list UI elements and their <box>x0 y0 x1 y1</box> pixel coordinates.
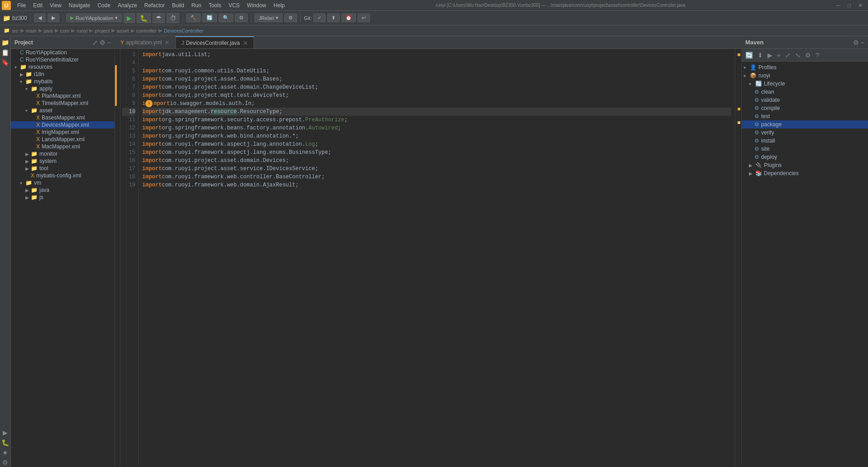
maven-lifecycle-validate[interactable]: ⚙ validate <box>742 96 868 104</box>
bc-java[interactable]: java <box>44 28 53 33</box>
git-revert-btn[interactable]: ↩ <box>358 14 370 22</box>
maven-run-btn[interactable]: ▶ <box>766 51 774 60</box>
build-button[interactable]: 🔨 <box>186 14 201 22</box>
bc-com[interactable]: com <box>60 28 70 33</box>
restore-btn[interactable]: □ <box>844 1 854 10</box>
profiler-button[interactable]: ⏱ <box>167 13 179 23</box>
menu-refactor[interactable]: Refactor <box>141 1 168 10</box>
close-tab-java-icon[interactable]: ✕ <box>243 39 248 47</box>
maven-lifecycle-section[interactable]: ▾ 🔄 Lifecycle <box>742 80 868 88</box>
back-button[interactable]: ◀ <box>34 14 46 22</box>
tree-item-java[interactable]: ▶ 📁 java <box>11 186 115 194</box>
favorites-icon-btn[interactable]: ★ <box>1 448 10 457</box>
tree-item-macmapper[interactable]: X MacMapper.xml <box>11 143 115 150</box>
maven-help-btn[interactable]: ? <box>814 51 821 60</box>
close-btn[interactable]: ✕ <box>854 1 866 10</box>
tree-item-resources[interactable]: ▾ 📁 resources <box>11 63 115 71</box>
tree-item-landsmapper[interactable]: X LandsMapper.xml <box>11 136 115 143</box>
bookmarks-icon-btn[interactable]: 🔖 <box>1 58 10 67</box>
jrebel-selector[interactable]: JRebel ▾ <box>254 14 283 22</box>
menu-navigate[interactable]: Navigate <box>65 1 94 10</box>
maven-lifecycle-deploy[interactable]: ⚙ deploy <box>742 153 868 161</box>
project-gear-icon[interactable]: ⚙ <box>100 39 106 46</box>
run-config-selector[interactable]: ▶ RuoYiApplication ▾ <box>66 14 122 22</box>
tree-item-irrigmapper[interactable]: X IrrigMapper.xml <box>11 129 115 136</box>
bc-ruoyi[interactable]: ruoyi <box>77 28 87 33</box>
tree-item-mybatisconfig[interactable]: X mybatis-config.xml <box>11 172 115 179</box>
maven-lifecycle-test[interactable]: ⚙ test <box>742 112 868 120</box>
menu-run[interactable]: Run <box>188 1 205 10</box>
menu-help[interactable]: Help <box>270 1 288 10</box>
tree-item-tool[interactable]: ▶ 📁 tool <box>11 165 115 172</box>
maven-reload-btn[interactable]: 🔄 <box>743 51 755 60</box>
tree-item-monitor[interactable]: ▶ 📁 monitor <box>11 150 115 157</box>
menu-tools[interactable]: Tools <box>205 1 225 10</box>
coverage-button[interactable]: ☂ <box>153 13 165 23</box>
git-check-btn[interactable]: ✓ <box>313 14 326 22</box>
maven-settings-icon[interactable]: ⚙ <box>853 39 859 46</box>
menu-vcs[interactable]: VCS <box>225 1 244 10</box>
project-icon-btn[interactable]: 📁 <box>1 38 10 47</box>
git-update-btn[interactable]: ⬆ <box>327 14 340 22</box>
debug-button[interactable]: 🐛 <box>137 13 151 23</box>
maven-lifecycle-install[interactable]: ⚙ install <box>742 137 868 145</box>
run-button[interactable]: ▶ <box>124 13 135 23</box>
bc-controller[interactable]: controller <box>136 28 157 33</box>
tab-devices-controller[interactable]: J DevicesController.java ✕ <box>176 36 254 49</box>
menu-edit[interactable]: Edit <box>29 1 46 10</box>
git-history-btn[interactable]: ⏰ <box>341 14 356 22</box>
jrebel-action-btn[interactable]: ⚙ <box>284 14 297 22</box>
bc-devices-controller[interactable]: DevicesController <box>164 28 203 33</box>
close-tab-yml-icon[interactable]: ✕ <box>164 39 170 46</box>
menu-file[interactable]: File <box>14 1 29 10</box>
menu-view[interactable]: View <box>46 1 65 10</box>
code-editor[interactable]: import java.util.List; import com.ruoyi.… <box>139 49 735 467</box>
maven-settings2-btn[interactable]: ⚙ <box>803 51 813 60</box>
maven-deps-section[interactable]: ▶ 📚 Dependencies <box>742 169 868 177</box>
tree-item-mybatis[interactable]: ▾ 📁 mybatis <box>11 78 115 85</box>
tree-item-ruoyiapp[interactable]: C RuoYiApplication <box>11 49 115 56</box>
tree-item-i18n[interactable]: ▶ 📁 i18n <box>11 71 115 78</box>
maven-profiles-section[interactable]: ▾ 👤 Profiles <box>742 63 868 71</box>
sync-button[interactable]: 🔄 <box>202 14 217 22</box>
tree-item-system[interactable]: ▶ 📁 system <box>11 157 115 165</box>
settings-icon-btn[interactable]: ⚙ <box>1 458 10 467</box>
tree-item-js[interactable]: ▶ 📁 js <box>11 194 115 201</box>
maven-ruoyi-project[interactable]: ▾ 📦 ruoyi <box>742 71 868 80</box>
minimize-btn[interactable]: ─ <box>833 1 844 10</box>
maven-lifecycle-compile[interactable]: ⚙ compile <box>742 104 868 112</box>
maven-lifecycle-verify[interactable]: ⚙ verify <box>742 129 868 137</box>
project-expand-icon[interactable]: ⤢ <box>92 39 98 46</box>
maven-close-icon[interactable]: − <box>861 39 864 46</box>
maven-lifecycle-clean[interactable]: ⚙ clean <box>742 88 868 96</box>
forward-button[interactable]: ▶ <box>48 14 59 22</box>
tree-item-asset[interactable]: ▾ 📁 asset <box>11 107 115 114</box>
run-tool-btn[interactable]: ▶ <box>1 428 10 437</box>
maven-collapse-all-btn[interactable]: ⤡ <box>793 51 802 60</box>
maven-expand-all-btn[interactable]: ⤢ <box>783 51 792 60</box>
tab-application-yml[interactable]: Y application.yml ✕ <box>115 36 176 49</box>
maven-lifecycle-site[interactable]: ⚙ site <box>742 145 868 153</box>
settings-button[interactable]: ⚙ <box>235 14 248 22</box>
project-close-icon[interactable]: − <box>107 39 111 46</box>
maven-download-btn[interactable]: ⬇ <box>756 51 765 60</box>
menu-window[interactable]: Window <box>243 1 270 10</box>
search-button[interactable]: 🔍 <box>219 14 233 22</box>
maven-plugins-section[interactable]: ▶ 🔌 Plugins <box>742 161 868 169</box>
bc-src[interactable]: src <box>12 28 19 33</box>
tree-item-planmapper[interactable]: X PlanMapper.xml <box>11 92 115 100</box>
tree-item-apply[interactable]: ▾ 📁 apply <box>11 85 115 92</box>
bc-asset[interactable]: asset <box>117 28 129 33</box>
maven-lifecycle-package[interactable]: ⚙ package <box>742 120 868 129</box>
tree-item-timelistmapper[interactable]: X TimelistMapper.xml <box>11 100 115 107</box>
bc-project[interactable]: project <box>95 28 110 33</box>
tree-item-basesmapper[interactable]: X BasesMapper.xml <box>11 114 115 121</box>
menu-code[interactable]: Code <box>94 1 114 10</box>
tree-item-servlet[interactable]: C RuoYiServletInitializer <box>11 56 115 63</box>
maven-add-btn[interactable]: + <box>775 51 782 60</box>
debug-tool-btn[interactable]: 🐛 <box>1 438 10 447</box>
menu-build[interactable]: Build <box>168 1 188 10</box>
structure-icon-btn[interactable]: 📋 <box>1 48 10 57</box>
tree-item-vm[interactable]: ▾ 📁 vm <box>11 179 115 186</box>
menu-analyze[interactable]: Analyze <box>114 1 141 10</box>
